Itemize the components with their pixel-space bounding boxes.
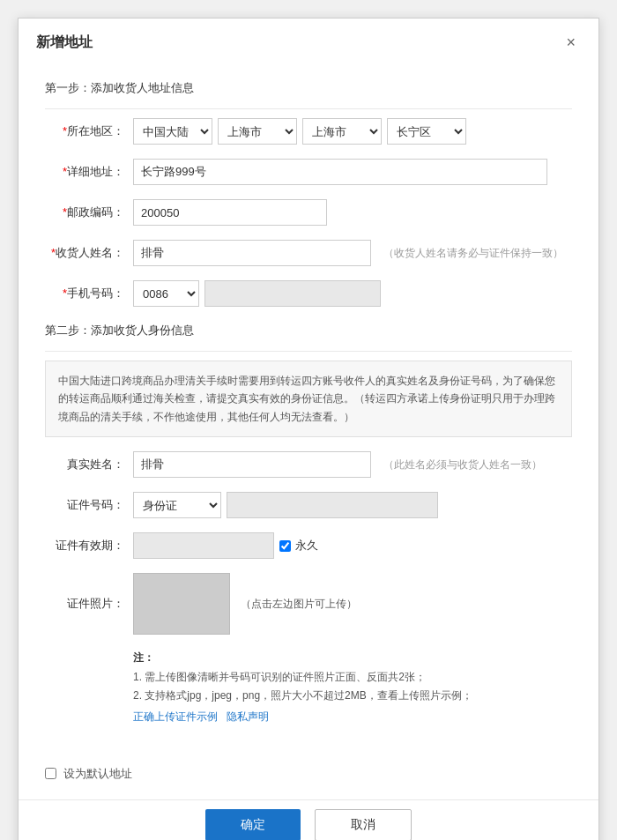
real-name-hint: （此姓名必须与收货人姓名一致） [383,457,542,472]
permanent-checkbox[interactable] [279,540,291,552]
cancel-button[interactable]: 取消 [315,809,412,840]
notes-line2: 2. 支持格式jpg，jpeg，png，照片大小不超过2MB，查看上传照片示例； [133,687,572,706]
cert-type-select[interactable]: 身份证 [133,492,221,518]
real-name-input[interactable] [133,451,371,478]
cert-expire-label: 证件有效期： [45,538,124,554]
postal-row: *邮政编码： [45,199,572,226]
default-address-row: 设为默认地址 [45,766,598,782]
recipient-hint: （收货人姓名请务必与证件保持一致） [383,246,563,261]
cert-num-content: 身份证 [133,492,572,518]
address-row: *详细地址： [45,159,572,185]
real-name-label: 真实姓名： [45,457,124,472]
notes-links: 正确上传证件示例 隐私声明 [133,708,572,727]
recipient-input[interactable] [133,240,371,266]
photo-content: （点击左边图片可上传） [133,573,572,635]
dialog-title: 新增地址 [36,33,93,52]
step2-title: 第二步：添加收货人身份信息 [45,323,572,338]
region-country-select[interactable]: 中国大陆 [133,118,212,145]
dialog-header: 新增地址 × [19,19,598,61]
photo-upload-area[interactable] [133,573,230,635]
real-name-content: （此姓名必须与收货人姓名一致） [133,451,572,478]
required-star3: * [63,205,67,219]
notes-title: 注： [133,649,572,668]
dialog-footer: 确定 取消 [19,799,598,840]
link-privacy[interactable]: 隐私声明 [227,710,269,723]
phone-label: *手机号码： [45,286,124,301]
confirm-button[interactable]: 确定 [205,809,301,840]
required-star2: * [63,165,67,178]
divider1 [45,108,572,109]
address-input[interactable] [133,159,547,185]
real-name-row: 真实姓名： （此姓名必须与收货人姓名一致） [45,451,572,478]
region-row: *所在地区： 中国大陆 上海市 上海市 长宁区 [45,118,572,145]
phone-code-select[interactable]: 0086 [133,280,199,307]
recipient-content: （收货人姓名请务必与证件保持一致） [133,240,572,266]
cert-expire-input[interactable] [133,532,274,559]
postal-content [133,199,572,226]
permanent-checkbox-label[interactable]: 永久 [279,538,318,554]
default-address-checkbox[interactable] [45,768,56,779]
default-address-label: 设为默认地址 [63,766,132,782]
phone-row: *手机号码： 0086 [45,280,572,307]
region-content: 中国大陆 上海市 上海市 长宁区 [133,118,572,145]
required-star4: * [51,246,56,259]
info-text: 中国大陆进口跨境商品办理清关手续时需要用到转运四方账号收件人的真实姓名及身份证号… [58,375,555,423]
cert-expire-row: 证件有效期： 永久 [45,532,572,559]
cert-num-row: 证件号码： 身份证 [45,492,572,518]
region-city-select[interactable]: 上海市 [302,118,382,145]
notes-section: 注： 1. 需上传图像清晰并号码可识别的证件照片正面、反面共2张； 2. 支持格… [133,649,572,726]
postal-label: *邮政编码： [45,204,124,220]
cert-num-label: 证件号码： [45,497,124,513]
cert-expire-content: 永久 [133,532,572,559]
add-address-dialog: 新增地址 × 第一步：添加收货人地址信息 *所在地区： 中国大陆 上海市 上海市 [18,18,599,840]
address-label: *详细地址： [45,164,124,180]
permanent-label: 永久 [295,538,318,554]
phone-content: 0086 [133,280,572,307]
step1-title: 第一步：添加收货人地址信息 [45,80,572,96]
notes-line1: 1. 需上传图像清晰并号码可识别的证件照片正面、反面共2张； [133,668,572,688]
divider2 [45,351,572,352]
recipient-row: *收货人姓名： （收货人姓名请务必与证件保持一致） [45,240,572,266]
dialog-body: 第一步：添加收货人地址信息 *所在地区： 中国大陆 上海市 上海市 长宁区 [19,61,598,757]
postal-input[interactable] [133,199,327,226]
photo-label: 证件照片： [45,596,124,612]
photo-row: 证件照片： （点击左边图片可上传） [45,573,572,635]
info-box: 中国大陆进口跨境商品办理清关手续时需要用到转运四方账号收件人的真实姓名及身份证号… [45,361,572,437]
region-province-select[interactable]: 上海市 [218,118,297,145]
required-star5: * [63,286,67,300]
photo-area: （点击左边图片可上传） [133,573,357,635]
region-label: *所在地区： [45,123,124,139]
address-content [133,159,572,185]
required-star: * [63,124,67,138]
close-button[interactable]: × [561,33,581,52]
cert-num-input[interactable] [227,492,438,518]
photo-hint: （点击左边图片可上传） [241,597,357,612]
phone-input[interactable] [204,280,381,307]
region-district-select[interactable]: 长宁区 [387,118,466,145]
recipient-label: *收货人姓名： [45,245,124,261]
link-example[interactable]: 正确上传证件示例 [133,710,218,723]
